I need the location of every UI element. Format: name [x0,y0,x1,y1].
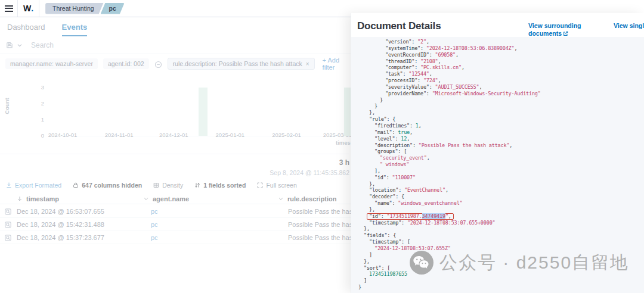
tab-dashboard[interactable]: Dashboard [7,18,45,36]
json-line: "description": "Possible Pass the hash a… [354,142,644,149]
columns-icon [73,182,79,188]
y-tick-label: 3 [31,84,44,91]
json-line: "eventRecordID": "69058", [354,52,644,58]
expand-row-icon [5,222,11,228]
y-axis-label: Count [4,89,11,123]
json-line: "2024-12-18T08:53:07.655Z" [354,245,644,252]
highlight-red-box: "id": "1734511987.34749419", [367,213,454,220]
json-line: ] [354,278,644,284]
circle-minus-icon [154,61,162,68]
y-tick-label: 0 [31,132,44,139]
filter-pill[interactable]: manager.name: wazuh-server [5,58,98,69]
table-row: Dec 18, 2024 @ 16:53:07.655pcPossible Pa… [0,205,351,218]
x-axis-label: timesta [336,139,351,146]
json-line: }, [354,207,644,213]
column-label: timestamp [26,195,59,202]
histogram-bar[interactable] [199,88,208,136]
table-row: Dec 18, 2024 @ 15:42:31.488pcPossible Pa… [0,218,351,231]
json-line: }, [354,226,644,232]
json-line: "severityValue": "AUDIT_SUCCESS", [354,84,644,91]
export-formated-button[interactable]: Export Formated [6,182,61,189]
logo-text: W [23,4,31,13]
json-line: "timestamp": [ [354,239,644,245]
y-tick-label: 1 [31,116,44,123]
json-line: "firedtimes": 1, [354,123,644,129]
json-line: } [354,284,644,291]
json-line: }, [354,110,644,116]
expand-row-icon[interactable] [5,218,11,231]
circle-minus-icon[interactable] [154,60,162,68]
cell-timestamp: Dec 18, 2024 @ 16:53:07.655 [17,205,104,218]
remove-filter-icon[interactable]: × [306,61,309,67]
json-line: 1734511987655 [354,271,644,278]
density-icon [153,182,159,188]
cell-timestamp: Dec 18, 2024 @ 15:37:23.677 [17,231,104,244]
menu-icon[interactable] [0,0,18,17]
saved-query-icon[interactable] [6,42,13,49]
columns-hidden-button[interactable]: 647 columns hidden [73,182,142,189]
cell-rule-description: Possible Pass the hash a [288,218,351,231]
button-label: Export Formated [15,182,61,189]
json-line: "security_event", [354,155,644,161]
json-line: "rule": { [354,116,644,123]
document-details-flyout: Document Details View surrounding docume… [351,13,644,293]
app: DashboardEvents manager.name: wazuh-serv… [0,0,644,293]
expand-row-icon[interactable] [5,205,11,218]
x-tick-label: 2024-11-01 [98,132,140,138]
filter-pill[interactable]: agent.id: 002 [103,58,149,69]
cell-rule-description: Possible Pass the hash a [288,205,351,218]
json-line: " windows" [354,161,644,168]
column-header-rule-description[interactable]: rule.description [278,193,337,204]
cell-timestamp: Dec 18, 2024 @ 15:42:31.488 [17,218,104,231]
json-line: } [354,103,644,110]
cell-agent-name[interactable]: pc [151,218,158,231]
view-single-document-link[interactable]: View single [614,22,644,30]
external-link-icon [563,31,568,36]
add-filter-button[interactable]: + Add filter [323,57,345,71]
button-label: 1 fields sorted [203,182,246,189]
document-json-code: "version": "2","systemTime": "2024-12-18… [351,37,644,293]
column-header-timestamp[interactable]: timestamp [17,193,59,204]
json-line: }, [354,181,644,188]
json-line: ] [354,252,644,258]
json-line: "version": "2", [354,39,644,45]
search-input[interactable] [31,41,246,49]
sort-icon [194,182,200,188]
cell-rule-description: Possible Pass the hash a [288,231,351,244]
view-surrounding-documents-link[interactable]: View surrounding documents [528,22,586,38]
json-line: "location": "EventChannel", [354,187,644,194]
wazuh-logo[interactable]: W. [18,0,39,17]
json-line: "decoder": { [354,194,644,200]
cell-agent-name[interactable]: pc [151,231,158,244]
table-toolbar: Export Formated647 columns hiddenDensity… [6,180,297,191]
json-line: "sort": [ [354,265,644,272]
column-label: rule.description [287,195,337,202]
expand-row-icon [5,235,11,241]
x-axis-line [48,136,351,136]
json-line: "threadID": "2108", [354,58,644,65]
filter-pill[interactable]: rule.description: Possible Pass the hash… [168,58,315,70]
breadcrumb-pc[interactable]: pc [101,3,125,14]
logo-dot: . [31,4,33,13]
json-line: ], [354,168,644,174]
density-button[interactable]: Density [153,182,183,189]
json-line: "processID": "724", [354,77,644,84]
histogram-bar[interactable] [344,88,351,136]
chevron-down-icon[interactable] [16,42,23,49]
hits-summary: 3 h Sep 8, 2024 @ 11:45:35.862 [0,158,349,176]
fields-sorted-button[interactable]: 1 fields sorted [194,182,246,189]
filter-bar: manager.name: wazuh-serveragent.id: 002r… [0,56,351,71]
tab-events[interactable]: Events [62,18,88,36]
button-label: Full screen [266,182,296,189]
json-line: "fields": { [354,232,644,239]
chevron-down-icon [278,196,284,202]
button-label: Density [162,182,183,189]
column-header-agent-name[interactable]: agent.name [143,193,189,204]
expand-row-icon[interactable] [5,231,11,244]
cell-agent-name[interactable]: pc [151,205,158,218]
breadcrumb-threat-hunting[interactable]: Threat Hunting [45,3,103,14]
expand-row-icon [5,208,11,215]
hits-count: 3 h [0,158,349,167]
button-label: 647 columns hidden [82,182,142,189]
fullscreen-button[interactable]: Full screen [257,182,296,189]
